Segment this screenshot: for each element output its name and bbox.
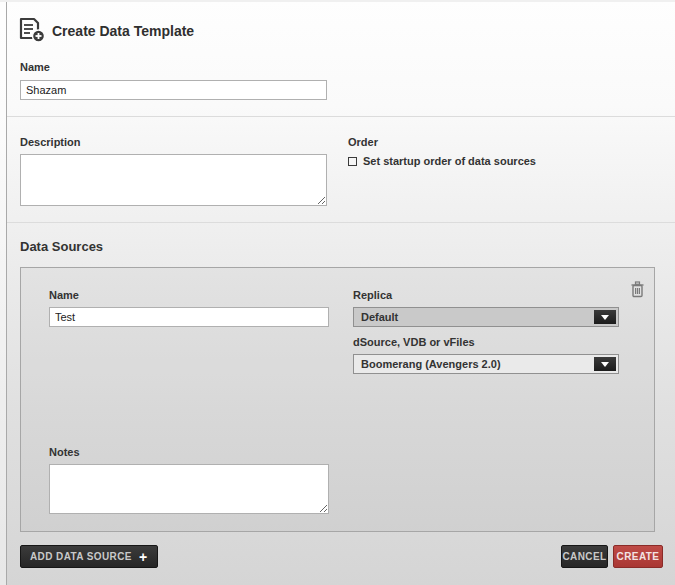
divider [7,222,675,223]
dsource-selected-value: Boomerang (Avengers 2.0) [361,358,501,370]
cancel-button[interactable]: CANCEL [561,545,608,568]
dialog-left-border [6,0,7,585]
add-data-source-label: ADD DATA SOURCE [30,551,132,562]
chevron-down-icon[interactable] [594,310,616,324]
delete-data-source-button[interactable] [630,281,645,298]
name-label: Name [20,61,50,73]
replica-selected-value: Default [361,311,398,323]
data-source-name-label: Name [49,289,79,301]
description-textarea[interactable] [20,154,327,206]
dsource-dropdown[interactable]: Boomerang (Avengers 2.0) [353,354,619,374]
page-title: Create Data Template [52,23,194,39]
replica-label: Replica [353,289,392,301]
startup-order-checkbox-row[interactable]: Set startup order of data sources [348,155,536,167]
name-input[interactable] [20,80,327,100]
data-source-name-input[interactable] [49,307,329,327]
notes-textarea[interactable] [49,464,329,514]
dialog-top-border [0,0,675,2]
dsource-label: dSource, VDB or vFiles [353,336,475,348]
trash-icon [630,281,645,298]
data-sources-heading: Data Sources [20,239,103,254]
replica-dropdown[interactable]: Default [353,307,619,327]
divider [7,116,675,117]
chevron-down-icon[interactable] [594,357,616,371]
description-label: Description [20,136,81,148]
data-source-card: Name Replica Default dSource, VDB or vFi… [20,267,655,532]
add-data-source-button[interactable]: ADD DATA SOURCE + [20,545,158,568]
startup-order-checkbox[interactable] [348,157,357,166]
document-add-icon [18,17,46,44]
order-label: Order [348,136,378,148]
plus-icon: + [139,550,148,564]
notes-label: Notes [49,446,80,458]
startup-order-checkbox-label: Set startup order of data sources [363,155,536,167]
create-button[interactable]: CREATE [613,545,663,568]
